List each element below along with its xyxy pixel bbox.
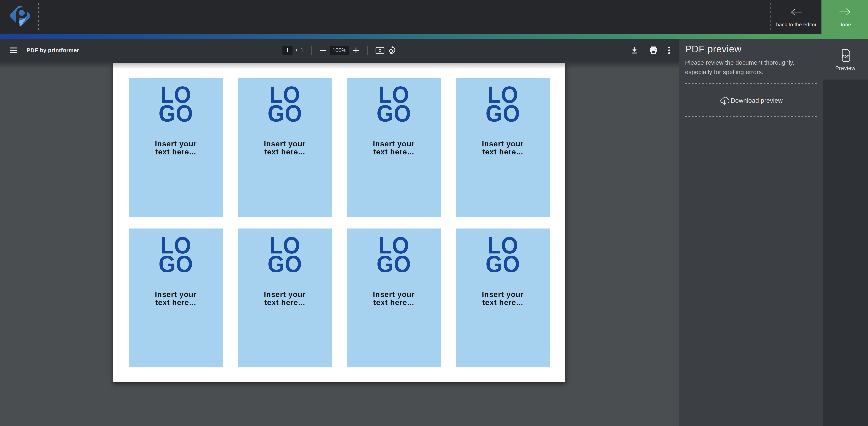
pdf-viewer-toolbar: PDF by printformer 1 / 1 100% [0,39,679,62]
pdf-page: LOGO Insert yourtext here... LOGO Insert… [113,63,565,382]
pdf-title: PDF by printformer [27,47,79,54]
card-logo-text: LOGO [241,236,329,273]
download-icon[interactable] [630,46,639,55]
back-to-editor-button[interactable]: back to the editor [771,0,822,34]
card-grid: LOGO Insert yourtext here... LOGO Insert… [129,78,550,367]
done-button[interactable]: Done [822,0,868,34]
panel-title: PDF preview [685,43,741,55]
right-tab-strip: PDF Preview [823,39,868,426]
business-card: LOGO Insert yourtext here... [347,229,441,367]
business-card: LOGO Insert yourtext here... [129,229,223,367]
business-card: LOGO Insert yourtext here... [238,229,332,367]
card-logo-text: LOGO [459,86,547,123]
back-to-editor-label: back to the editor [776,22,817,28]
app-root: back to the editor Done PDF by printform… [0,0,868,426]
fit-page-icon[interactable] [375,47,384,54]
card-placeholder-text: Insert yourtext here... [347,291,441,306]
card-placeholder-text: Insert yourtext here... [456,140,550,156]
card-logo-text: LOGO [459,236,547,273]
card-logo-text: LOGO [350,236,438,273]
tab-preview-label: Preview [835,65,856,71]
business-card: LOGO Insert yourtext here... [347,78,441,217]
done-arrow-icon [839,7,851,16]
card-placeholder-text: Insert yourtext here... [347,140,441,156]
card-logo-text: LOGO [350,86,438,123]
pdf-file-icon: PDF [840,49,850,62]
zoom-in-icon[interactable] [352,47,360,54]
header-divider [38,3,39,31]
rotate-icon[interactable] [388,46,397,55]
hamburger-menu-icon[interactable] [9,47,17,54]
toolbar-separator [367,46,368,55]
dotted-divider [685,117,817,117]
panel-subtitle: Please review the document thoroughly, e… [685,58,810,77]
business-card: LOGO Insert yourtext here... [238,78,332,217]
print-icon[interactable] [649,46,658,55]
back-arrow-icon [790,8,803,17]
pdf-preview-panel: PDF preview Please review the document t… [679,39,823,426]
card-placeholder-text: Insert yourtext here... [129,140,223,156]
printformer-logo-icon[interactable] [8,4,33,31]
download-preview-label: Download preview [731,97,782,104]
svg-text:PDF: PDF [842,55,849,58]
page-number-input[interactable]: 1 [282,46,292,55]
card-placeholder-text: Insert yourtext here... [238,291,332,306]
zoom-out-icon[interactable] [319,47,327,54]
pdf-viewer-canvas[interactable]: LOGO Insert yourtext here... LOGO Insert… [0,62,679,426]
cloud-download-icon [719,95,730,106]
page-divider: / [296,47,298,54]
business-card: LOGO Insert yourtext here... [129,78,223,217]
kebab-menu-icon[interactable] [668,46,671,55]
progress-gradient-bar [0,34,868,39]
done-label: Done [838,22,851,28]
business-card: LOGO Insert yourtext here... [456,229,550,367]
header-divider [771,3,771,31]
tab-preview[interactable]: PDF Preview [823,39,868,79]
card-logo-text: LOGO [132,236,220,273]
toolbar-separator [311,46,311,55]
card-placeholder-text: Insert yourtext here... [456,291,550,306]
card-logo-text: LOGO [241,86,329,123]
dotted-divider [685,84,817,84]
zoom-level-input[interactable]: 100% [330,46,349,55]
card-placeholder-text: Insert yourtext here... [238,140,332,156]
business-card: LOGO Insert yourtext here... [456,78,550,217]
card-logo-text: LOGO [132,86,220,123]
top-header-bar: back to the editor Done [0,0,868,34]
card-placeholder-text: Insert yourtext here... [129,291,223,306]
page-total: 1 [301,47,304,54]
download-preview-button[interactable]: Download preview [679,93,823,109]
